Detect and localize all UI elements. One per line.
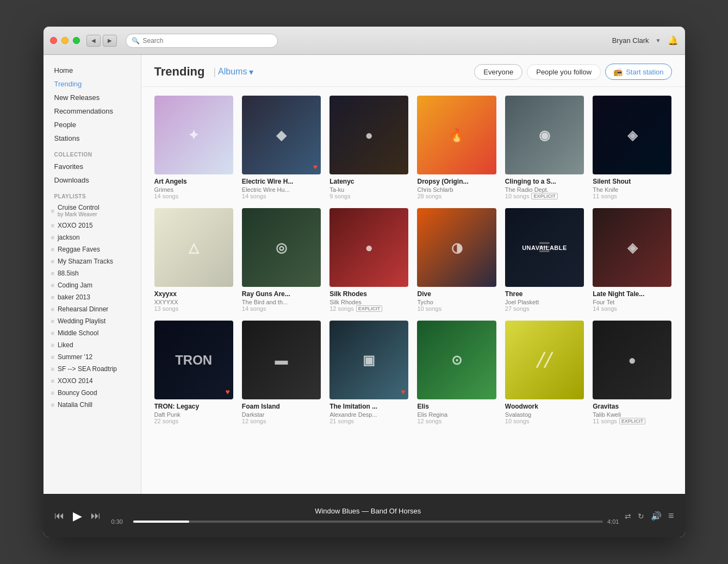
playlist-label: jackson <box>58 234 80 241</box>
notification-bell-icon[interactable]: 🔔 <box>668 35 679 46</box>
filter-everyone-button[interactable]: Everyone <box>474 64 522 80</box>
skip-forward-button[interactable]: ⏭ <box>91 510 101 522</box>
shuffle-button[interactable]: ⇄ <box>625 512 631 521</box>
sidebar-playlist-88-5ish[interactable]: ≡ 88.5ish <box>43 267 141 279</box>
minimize-button[interactable] <box>61 37 69 44</box>
album-artist: Svalastog <box>505 411 584 418</box>
album-title: Dropsy (Origin... <box>417 178 496 186</box>
album-card-15[interactable]: ▣♥The Imitation ...Alexandre Desp...21 s… <box>329 321 408 424</box>
sidebar-playlist-baker-2013[interactable]: ≡ baker 2013 <box>43 291 141 303</box>
sidebar-item-people[interactable]: People <box>43 118 141 131</box>
album-title: Dive <box>417 290 496 299</box>
album-title: Foam Island <box>242 403 321 411</box>
sidebar-item-new-releases[interactable]: New Releases <box>43 91 141 104</box>
sidebar-item-stations[interactable]: Stations <box>43 131 141 145</box>
album-art-symbol: △ <box>154 208 233 287</box>
queue-button[interactable]: ≡ <box>668 510 674 522</box>
album-card-16[interactable]: ⊙ElisElis Regina12 songs <box>417 321 496 424</box>
album-card-12[interactable]: ◈Late Night Tale...Four Tet14 songs <box>593 208 671 312</box>
album-card-8[interactable]: ◎Ray Guns Are...The Bird and th...14 son… <box>242 208 321 312</box>
album-card-5[interactable]: ◉Clinging to a S...The Radio Dept.10 son… <box>505 96 584 199</box>
sidebar-playlist-coding-jam[interactable]: ≡ Coding Jam <box>43 279 141 291</box>
sidebar-playlist-xoxo-2014[interactable]: ≡ XOXO 2014 <box>43 375 141 387</box>
heart-icon[interactable]: ♥ <box>401 387 405 396</box>
album-meta: 27 songs <box>505 305 584 312</box>
album-card-2[interactable]: ◆♥Electric Wire H...Electric Wire Hu...1… <box>242 96 321 199</box>
sidebar-playlist-jackson[interactable]: ≡ jackson <box>43 231 141 243</box>
playlist-sublabel: by Mark Weaver <box>58 211 99 217</box>
close-button[interactable] <box>50 37 57 44</box>
skip-back-button[interactable]: ⏮ <box>54 510 64 522</box>
play-pause-button[interactable]: ▶ <box>73 509 82 523</box>
album-card-7[interactable]: △XxyyxxXXYYXX13 songs <box>154 208 233 312</box>
album-song-count: 11 songs <box>593 418 617 424</box>
album-artist: Joel Plaskett <box>505 299 584 305</box>
player-bar: ⏮ ▶ ⏭ Window Blues — Band Of Horses 0:30… <box>43 494 685 537</box>
album-card-11[interactable]: ☰UNAVAILABLEThreeJoel Plaskett27 songs <box>505 208 584 312</box>
sidebar-item-home[interactable]: Home <box>43 64 141 77</box>
search-input[interactable] <box>143 37 272 45</box>
album-info: DiveTycho10 songs <box>417 290 496 312</box>
album-card-14[interactable]: ▬Foam IslandDarkstar12 songs <box>242 321 321 424</box>
album-art-symbol: ◑ <box>417 208 496 287</box>
album-card-9[interactable]: ●Silk RhodesSilk Rhodes12 songsEXPLICIT <box>329 208 408 312</box>
repeat-button[interactable]: ↻ <box>638 512 644 521</box>
playlist-icon: ≡ <box>51 234 54 241</box>
sidebar-playlist-natalia-chill[interactable]: ≡ Natalia Chill <box>43 399 141 411</box>
album-card-4[interactable]: 🔥Dropsy (Origin...Chris Schlarb28 songs <box>417 96 496 199</box>
playlist-label: Cruise Control <box>58 204 99 211</box>
playlist-label: Coding Jam <box>58 281 92 289</box>
explicit-badge: EXPLICIT <box>356 305 383 312</box>
album-art-symbol: 🔥 <box>417 96 496 174</box>
playlist-icon: ≡ <box>51 306 54 312</box>
heart-icon[interactable]: ♥ <box>313 162 318 171</box>
sidebar-playlist-sf-sea[interactable]: ≡ SF --> SEA Roadtrip <box>43 363 141 375</box>
album-card-13[interactable]: TRON♥TRON: LegacyDaft Punk22 songs <box>154 321 233 424</box>
album-title: Latenyc <box>329 178 408 186</box>
forward-button[interactable]: ▶ <box>103 35 117 47</box>
sidebar-playlist-summer-12[interactable]: ≡ Summer '12 <box>43 351 141 363</box>
sidebar-playlist-cruise-control[interactable]: ≡ Cruise Control by Mark Weaver <box>43 202 141 220</box>
album-meta: 28 songs <box>417 193 496 199</box>
album-card-3[interactable]: ●LatenycTa-ku9 songs <box>329 96 408 199</box>
playlist-label: Middle School <box>58 329 98 337</box>
sidebar-item-recommendations[interactable]: Recommendations <box>43 104 141 118</box>
start-station-button[interactable]: 📻 Start station <box>605 64 671 80</box>
album-title: The Imitation ... <box>329 403 408 411</box>
sidebar-playlist-xoxo-2015[interactable]: ≡ XOXO 2015 <box>43 220 141 231</box>
heart-icon[interactable]: ♥ <box>226 387 230 396</box>
volume-icon[interactable]: 🔊 <box>651 511 662 521</box>
album-title: TRON: Legacy <box>154 403 233 411</box>
sidebar-playlist-reggae-faves[interactable]: ≡ Reggae Faves <box>43 243 141 255</box>
filter-people-follow-button[interactable]: People you follow <box>527 64 601 80</box>
album-card-17[interactable]: ╱╱WoodworkSvalastog10 songs <box>505 321 584 424</box>
album-song-count: 9 songs <box>329 193 351 199</box>
album-title: Elis <box>417 403 496 411</box>
sidebar-playlist-my-shazam[interactable]: ≡ My Shazam Tracks <box>43 255 141 267</box>
search-bar[interactable]: 🔍 <box>126 34 278 48</box>
sidebar-playlist-liked[interactable]: ≡ Liked <box>43 339 141 351</box>
sidebar-playlist-bouncy-good[interactable]: ≡ Bouncy Good <box>43 387 141 399</box>
back-button[interactable]: ◀ <box>86 35 101 47</box>
album-card-1[interactable]: ✦Art AngelsGrimes14 songs <box>154 96 233 199</box>
playlists-section-label: PLAYLISTS <box>43 187 141 202</box>
album-meta: 13 songs <box>154 305 233 312</box>
user-dropdown-arrow[interactable]: ▼ <box>656 37 661 43</box>
progress-bar[interactable] <box>133 521 603 523</box>
sidebar-playlist-wedding-playlist[interactable]: ≡ Wedding Playlist <box>43 315 141 327</box>
album-info: WoodworkSvalastog10 songs <box>505 403 584 424</box>
album-meta: 14 songs <box>593 305 671 312</box>
albums-dropdown[interactable]: Albums ▾ <box>218 67 253 77</box>
start-station-label: Start station <box>626 68 663 76</box>
album-card-6[interactable]: ◈Silent ShoutThe Knife11 songs <box>593 96 671 199</box>
sidebar-item-favorites[interactable]: Favorites <box>43 160 141 173</box>
sidebar-item-trending[interactable]: Trending <box>43 77 141 91</box>
album-card-10[interactable]: ◑DiveTycho10 songs <box>417 208 496 312</box>
album-art-symbol: ◈ <box>593 96 671 174</box>
albums-label: Albums <box>218 67 247 77</box>
maximize-button[interactable] <box>73 37 80 44</box>
sidebar-item-downloads[interactable]: Downloads <box>43 173 141 187</box>
album-card-18[interactable]: ●GravitasTalib Kweli11 songsEXPLICIT <box>593 321 671 424</box>
sidebar-playlist-middle-school[interactable]: ≡ Middle School <box>43 327 141 339</box>
sidebar-playlist-rehearsal-dinner[interactable]: ≡ Rehearsal Dinner <box>43 303 141 315</box>
